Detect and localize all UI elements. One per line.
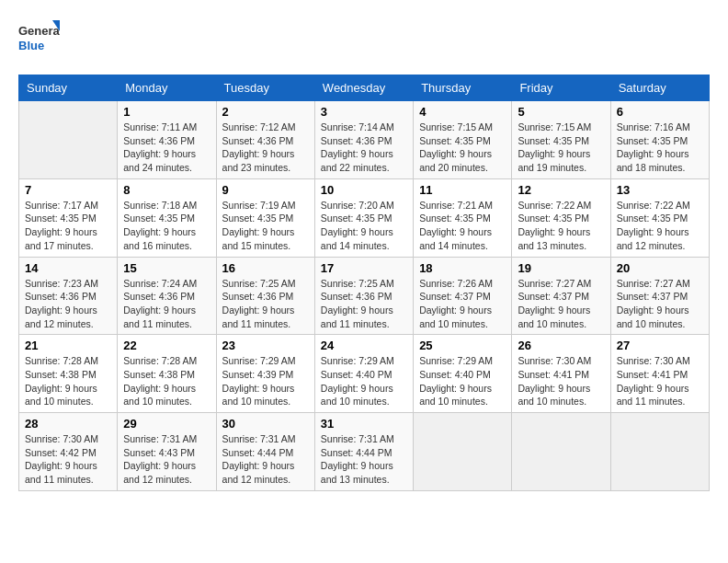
table-row — [19, 101, 118, 179]
table-row: 16Sunrise: 7:25 AMSunset: 4:36 PMDayligh… — [216, 257, 314, 335]
calendar-table: SundayMondayTuesdayWednesdayThursdayFrid… — [18, 75, 710, 491]
table-row: 26Sunrise: 7:30 AMSunset: 4:41 PMDayligh… — [512, 335, 610, 413]
day-info: Sunrise: 7:29 AMSunset: 4:40 PMDaylight:… — [419, 354, 506, 408]
day-number: 9 — [222, 183, 309, 197]
day-number: 11 — [419, 183, 506, 197]
table-row — [610, 413, 709, 491]
table-row: 6Sunrise: 7:16 AMSunset: 4:35 PMDaylight… — [610, 101, 709, 179]
table-row: 15Sunrise: 7:24 AMSunset: 4:36 PMDayligh… — [118, 257, 216, 335]
header: General Blue — [18, 18, 710, 60]
day-info: Sunrise: 7:24 AMSunset: 4:36 PMDaylight:… — [123, 277, 210, 331]
day-number: 30 — [222, 417, 309, 431]
table-row: 30Sunrise: 7:31 AMSunset: 4:44 PMDayligh… — [216, 413, 314, 491]
day-number: 17 — [321, 261, 407, 275]
day-info: Sunrise: 7:25 AMSunset: 4:36 PMDaylight:… — [321, 277, 407, 331]
table-row: 4Sunrise: 7:15 AMSunset: 4:35 PMDaylight… — [414, 101, 512, 179]
table-row: 1Sunrise: 7:11 AMSunset: 4:36 PMDaylight… — [118, 101, 216, 179]
table-row: 25Sunrise: 7:29 AMSunset: 4:40 PMDayligh… — [414, 335, 512, 413]
day-info: Sunrise: 7:29 AMSunset: 4:39 PMDaylight:… — [222, 354, 309, 408]
day-number: 7 — [25, 183, 111, 197]
day-info: Sunrise: 7:30 AMSunset: 4:41 PMDaylight:… — [518, 354, 604, 408]
calendar-week-4: 21Sunrise: 7:28 AMSunset: 4:38 PMDayligh… — [19, 335, 710, 413]
day-number: 16 — [222, 261, 309, 275]
table-row: 13Sunrise: 7:22 AMSunset: 4:35 PMDayligh… — [610, 178, 709, 257]
day-number: 3 — [321, 105, 407, 119]
table-row: 18Sunrise: 7:26 AMSunset: 4:37 PMDayligh… — [414, 257, 512, 335]
table-row: 19Sunrise: 7:27 AMSunset: 4:37 PMDayligh… — [512, 257, 610, 335]
logo-icon: General Blue — [18, 18, 60, 60]
day-number: 19 — [518, 261, 604, 275]
day-info: Sunrise: 7:15 AMSunset: 4:35 PMDaylight:… — [518, 121, 604, 175]
table-row: 29Sunrise: 7:31 AMSunset: 4:43 PMDayligh… — [118, 413, 216, 491]
day-number: 20 — [617, 261, 703, 275]
day-info: Sunrise: 7:20 AMSunset: 4:35 PMDaylight:… — [321, 199, 407, 253]
day-info: Sunrise: 7:30 AMSunset: 4:42 PMDaylight:… — [25, 432, 111, 487]
day-number: 12 — [518, 183, 604, 197]
day-info: Sunrise: 7:23 AMSunset: 4:36 PMDaylight:… — [25, 277, 111, 331]
table-row: 20Sunrise: 7:27 AMSunset: 4:37 PMDayligh… — [610, 257, 709, 335]
day-info: Sunrise: 7:25 AMSunset: 4:36 PMDaylight:… — [222, 277, 309, 331]
table-row: 12Sunrise: 7:22 AMSunset: 4:35 PMDayligh… — [512, 178, 610, 257]
table-row: 22Sunrise: 7:28 AMSunset: 4:38 PMDayligh… — [118, 335, 216, 413]
day-info: Sunrise: 7:17 AMSunset: 4:35 PMDaylight:… — [25, 199, 111, 253]
day-info: Sunrise: 7:31 AMSunset: 4:43 PMDaylight:… — [123, 432, 210, 487]
calendar-header-tuesday: Tuesday — [216, 75, 314, 101]
day-number: 27 — [617, 339, 703, 352]
table-row: 2Sunrise: 7:12 AMSunset: 4:36 PMDaylight… — [216, 101, 314, 179]
day-info: Sunrise: 7:31 AMSunset: 4:44 PMDaylight:… — [222, 432, 309, 487]
day-number: 28 — [25, 417, 111, 431]
day-info: Sunrise: 7:15 AMSunset: 4:35 PMDaylight:… — [419, 121, 506, 175]
calendar-header-saturday: Saturday — [610, 75, 709, 101]
day-number: 13 — [617, 183, 703, 197]
calendar-header-wednesday: Wednesday — [314, 75, 413, 101]
day-number: 10 — [321, 183, 407, 197]
day-info: Sunrise: 7:12 AMSunset: 4:36 PMDaylight:… — [222, 121, 309, 175]
day-number: 21 — [25, 339, 111, 352]
day-info: Sunrise: 7:26 AMSunset: 4:37 PMDaylight:… — [419, 277, 506, 331]
calendar-header-thursday: Thursday — [414, 75, 512, 101]
day-number: 31 — [321, 417, 407, 431]
day-number: 14 — [25, 261, 111, 275]
day-info: Sunrise: 7:18 AMSunset: 4:35 PMDaylight:… — [123, 199, 210, 253]
table-row: 24Sunrise: 7:29 AMSunset: 4:40 PMDayligh… — [314, 335, 413, 413]
table-row: 7Sunrise: 7:17 AMSunset: 4:35 PMDaylight… — [19, 178, 118, 257]
table-row: 3Sunrise: 7:14 AMSunset: 4:36 PMDaylight… — [314, 101, 413, 179]
table-row: 5Sunrise: 7:15 AMSunset: 4:35 PMDaylight… — [512, 101, 610, 179]
day-number: 25 — [419, 339, 506, 352]
calendar-header-row: SundayMondayTuesdayWednesdayThursdayFrid… — [19, 75, 710, 101]
day-number: 15 — [123, 261, 210, 275]
day-info: Sunrise: 7:14 AMSunset: 4:36 PMDaylight:… — [321, 121, 407, 175]
table-row: 27Sunrise: 7:30 AMSunset: 4:41 PMDayligh… — [610, 335, 709, 413]
day-number: 4 — [419, 105, 506, 119]
day-number: 23 — [222, 339, 309, 352]
day-number: 2 — [222, 105, 309, 119]
table-row: 21Sunrise: 7:28 AMSunset: 4:38 PMDayligh… — [19, 335, 118, 413]
calendar-week-5: 28Sunrise: 7:30 AMSunset: 4:42 PMDayligh… — [19, 413, 710, 491]
day-number: 1 — [123, 105, 210, 119]
day-info: Sunrise: 7:16 AMSunset: 4:35 PMDaylight:… — [617, 121, 703, 175]
calendar-header-friday: Friday — [512, 75, 610, 101]
table-row: 31Sunrise: 7:31 AMSunset: 4:44 PMDayligh… — [314, 413, 413, 491]
day-info: Sunrise: 7:11 AMSunset: 4:36 PMDaylight:… — [123, 121, 210, 175]
day-number: 24 — [321, 339, 407, 352]
day-info: Sunrise: 7:31 AMSunset: 4:44 PMDaylight:… — [321, 432, 407, 487]
table-row: 17Sunrise: 7:25 AMSunset: 4:36 PMDayligh… — [314, 257, 413, 335]
day-info: Sunrise: 7:27 AMSunset: 4:37 PMDaylight:… — [518, 277, 604, 331]
day-number: 22 — [123, 339, 210, 352]
table-row — [512, 413, 610, 491]
day-number: 5 — [518, 105, 604, 119]
day-number: 26 — [518, 339, 604, 352]
day-number: 18 — [419, 261, 506, 275]
calendar-header-sunday: Sunday — [19, 75, 118, 101]
day-info: Sunrise: 7:28 AMSunset: 4:38 PMDaylight:… — [123, 354, 210, 408]
table-row: 8Sunrise: 7:18 AMSunset: 4:35 PMDaylight… — [118, 178, 216, 257]
table-row: 28Sunrise: 7:30 AMSunset: 4:42 PMDayligh… — [19, 413, 118, 491]
table-row: 9Sunrise: 7:19 AMSunset: 4:35 PMDaylight… — [216, 178, 314, 257]
logo: General Blue — [18, 18, 60, 60]
day-info: Sunrise: 7:29 AMSunset: 4:40 PMDaylight:… — [321, 354, 407, 408]
table-row — [414, 413, 512, 491]
day-info: Sunrise: 7:30 AMSunset: 4:41 PMDaylight:… — [617, 354, 703, 408]
table-row: 14Sunrise: 7:23 AMSunset: 4:36 PMDayligh… — [19, 257, 118, 335]
table-row: 11Sunrise: 7:21 AMSunset: 4:35 PMDayligh… — [414, 178, 512, 257]
day-info: Sunrise: 7:22 AMSunset: 4:35 PMDaylight:… — [617, 199, 703, 253]
